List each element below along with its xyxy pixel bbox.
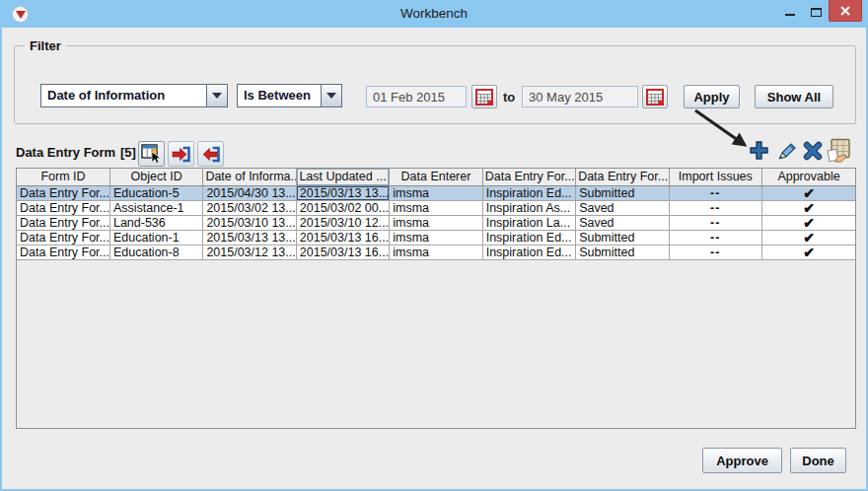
table-cell[interactable]: 2015/03/13 13... (296, 185, 389, 200)
table-cell[interactable]: Submitted (576, 230, 669, 245)
to-label: to (503, 90, 515, 105)
table-cell[interactable]: ✔ (762, 200, 856, 215)
open-records-window-button[interactable] (138, 141, 165, 167)
done-button[interactable]: Done (790, 448, 846, 473)
table-cell[interactable]: Submitted (576, 185, 669, 200)
minimize-button[interactable] (777, 0, 803, 22)
table-cell[interactable]: Education-1 (109, 230, 202, 245)
table-cell[interactable]: Education-8 (109, 245, 202, 259)
records-window-icon (141, 144, 162, 164)
show-on-map-button[interactable] (826, 137, 851, 164)
delete-record-button[interactable] (800, 137, 826, 164)
filter-group-label: Filter (25, 38, 66, 53)
chevron-down-icon (212, 93, 222, 99)
map-hand-icon (827, 138, 851, 163)
table-cell[interactable]: imsma (390, 245, 482, 259)
table-cell[interactable]: Inspiration Ed... (482, 245, 575, 259)
table-cell[interactable]: imsma (390, 215, 482, 230)
column-header[interactable]: Data Entry For... (576, 169, 669, 185)
table-row[interactable]: Data Entry For...Education-52015/04/30 1… (17, 185, 855, 200)
filter-field-dropdown[interactable]: Date of Information (40, 84, 228, 107)
date-to-field[interactable] (522, 86, 638, 107)
check-out-icon (200, 145, 221, 164)
edit-record-button[interactable] (774, 137, 800, 164)
maximize-icon (811, 8, 822, 17)
edit-icon (776, 139, 799, 162)
show-all-button[interactable]: Show All (755, 85, 833, 108)
close-button[interactable] (829, 0, 862, 22)
date-to-calendar-button[interactable] (642, 85, 668, 108)
table-cell[interactable]: Education-5 (109, 185, 202, 200)
table-cell[interactable]: 2015/03/13 16... (296, 230, 389, 245)
table-cell[interactable]: Data Entry For... (17, 215, 109, 230)
column-header[interactable]: Import Issues (669, 169, 761, 185)
table-cell[interactable]: Submitted (576, 245, 669, 259)
date-from-calendar-button[interactable] (471, 85, 497, 108)
table-cell[interactable]: -- (669, 215, 761, 230)
table-cell[interactable]: -- (669, 185, 761, 200)
column-header[interactable]: Data Entry For... (482, 169, 575, 185)
table-cell[interactable]: imsma (390, 230, 482, 245)
column-header[interactable]: Last Updated ... (296, 169, 389, 185)
table-cell[interactable]: Land-536 (109, 215, 202, 230)
table-cell[interactable]: 2015/03/12 13... (203, 245, 296, 259)
table-cell[interactable]: 2015/04/30 13... (203, 185, 296, 200)
delete-icon (802, 140, 824, 162)
table-cell[interactable]: Data Entry For... (17, 200, 109, 215)
check-out-button[interactable] (197, 141, 224, 167)
table-cell[interactable]: -- (669, 245, 761, 259)
table-cell[interactable]: 2015/03/10 12... (296, 215, 389, 230)
table-cell[interactable]: ✔ (762, 245, 856, 259)
table-cell[interactable]: Inspiration La... (482, 215, 575, 230)
filter-group: Filter Date of Information Is Between to (14, 45, 856, 124)
apply-button[interactable]: Apply (684, 85, 740, 108)
workbench-window: Workbench Filter Date of Information Is … (0, 0, 868, 491)
table-cell[interactable]: Saved (576, 215, 669, 230)
table-cell[interactable]: Data Entry For... (17, 230, 109, 245)
column-header[interactable]: Form ID (17, 169, 109, 185)
table-cell[interactable]: 2015/03/02 13... (203, 200, 296, 215)
filter-field-value: Date of Information (41, 85, 206, 106)
table-cell[interactable]: 2015/03/10 13... (203, 215, 296, 230)
column-header[interactable]: Approvable (762, 169, 856, 185)
table-cell[interactable]: ✔ (762, 215, 856, 230)
titlebar[interactable]: Workbench (0, 0, 868, 28)
maximize-button[interactable] (803, 0, 829, 22)
table-cell[interactable]: 2015/03/13 16... (296, 245, 389, 259)
calendar-icon (646, 89, 664, 105)
table-cell[interactable]: -- (669, 230, 761, 245)
check-in-button[interactable] (168, 141, 194, 167)
dropdown-arrow-button[interactable] (206, 85, 227, 106)
column-header[interactable]: Data Enterer (390, 169, 482, 185)
dropdown-arrow-button[interactable] (321, 85, 341, 106)
date-from-field[interactable] (366, 86, 467, 107)
column-header[interactable]: Object ID (109, 169, 202, 185)
add-record-button[interactable] (746, 137, 771, 164)
table-cell[interactable]: imsma (390, 200, 482, 215)
table-row[interactable]: Data Entry For...Education-12015/03/13 1… (17, 230, 855, 245)
table-cell[interactable]: 2015/03/02 00... (296, 200, 389, 215)
table-cell[interactable]: Assistance-1 (109, 200, 202, 215)
table-row[interactable]: Data Entry For...Land-5362015/03/10 13..… (17, 215, 855, 230)
filter-operator-dropdown[interactable]: Is Between (237, 84, 342, 107)
table-cell[interactable]: Data Entry For... (17, 245, 109, 259)
approve-button[interactable]: Approve (702, 448, 782, 473)
column-header[interactable]: Date of Informa.. (203, 169, 296, 185)
minimize-icon (785, 14, 795, 16)
table-cell[interactable]: Inspiration Ed... (482, 230, 575, 245)
window-title: Workbench (0, 6, 868, 21)
table-row[interactable]: Data Entry For...Assistance-12015/03/02 … (17, 200, 855, 215)
table-cell[interactable]: ✔ (762, 230, 856, 245)
filter-operator-value: Is Between (238, 85, 321, 106)
table-cell[interactable]: Inspiration Ed... (482, 185, 575, 200)
table-cell[interactable]: Saved (576, 200, 669, 215)
table-cell[interactable]: ✔ (762, 185, 856, 200)
table-cell[interactable]: -- (669, 200, 761, 215)
table-cell[interactable]: Inspiration As... (482, 200, 575, 215)
data-entry-form-table: Form IDObject IDDate of Informa..Last Up… (16, 168, 856, 429)
table-cell[interactable]: imsma (390, 185, 482, 200)
check-in-icon (171, 145, 191, 164)
table-cell[interactable]: 2015/03/13 13... (203, 230, 296, 245)
table-row[interactable]: Data Entry For...Education-82015/03/12 1… (17, 245, 855, 259)
table-cell[interactable]: Data Entry For... (17, 185, 109, 200)
